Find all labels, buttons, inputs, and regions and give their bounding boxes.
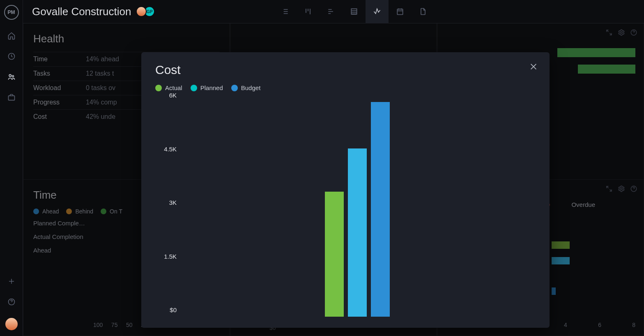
- user-avatar[interactable]: [5, 318, 18, 330]
- svg-point-2: [12, 75, 14, 77]
- left-rail: PM: [0, 0, 23, 336]
- chart-bar-budget: [371, 102, 390, 317]
- list-view-icon[interactable]: [274, 0, 297, 23]
- chart-plot: [183, 102, 531, 317]
- bars-container: [325, 102, 390, 317]
- topbar: Govalle Construction GP: [23, 0, 644, 23]
- dashboard-content: Health Time14% ahead Tasks12 tasks t Wor…: [23, 23, 644, 336]
- home-icon[interactable]: [7, 31, 16, 40]
- y-axis: 6K 4.5K 3K 1.5K $0: [155, 102, 180, 317]
- legend-dot: [191, 85, 197, 91]
- svg-rect-6: [397, 9, 402, 14]
- y-tick: 1.5K: [155, 253, 177, 260]
- y-tick: 4.5K: [155, 145, 177, 152]
- legend-dot: [155, 85, 162, 91]
- project-title: Govalle Construction: [32, 5, 131, 18]
- briefcase-icon[interactable]: [7, 93, 16, 102]
- view-switcher: [155, 0, 553, 23]
- cost-modal: Cost Actual Planned Budget 6K 4.5K 3K 1.…: [141, 52, 550, 328]
- team-icon[interactable]: [7, 72, 16, 81]
- time-icon[interactable]: [7, 52, 16, 61]
- app-root: PM Govalle Construction GP: [0, 0, 644, 336]
- legend-label: Planned: [200, 84, 223, 91]
- chart-bar-actual: [325, 192, 344, 317]
- y-tick: $0: [155, 306, 177, 313]
- svg-rect-3: [8, 96, 14, 100]
- modal-title: Cost: [155, 63, 536, 77]
- y-tick: 3K: [155, 199, 177, 206]
- gantt-view-icon[interactable]: [320, 0, 343, 23]
- add-icon[interactable]: [7, 277, 16, 286]
- chart-legend: Actual Planned Budget: [155, 84, 536, 91]
- chart-area: 6K 4.5K 3K 1.5K $0: [155, 94, 536, 324]
- sheet-view-icon[interactable]: [343, 0, 366, 23]
- y-tick: 6K: [155, 92, 177, 99]
- legend-dot: [231, 85, 238, 91]
- help-icon[interactable]: [7, 297, 16, 306]
- app-logo[interactable]: PM: [4, 5, 19, 20]
- dashboard-view-icon[interactable]: [366, 0, 389, 23]
- main-area: Govalle Construction GP Health: [23, 0, 644, 336]
- close-icon[interactable]: [528, 61, 539, 72]
- chart-bar-planned: [348, 148, 367, 317]
- svg-rect-5: [351, 9, 356, 14]
- avatar-1[interactable]: [136, 6, 147, 17]
- legend-label: Actual: [165, 84, 182, 91]
- calendar-view-icon[interactable]: [389, 0, 412, 23]
- board-view-icon[interactable]: [297, 0, 320, 23]
- project-avatars[interactable]: GP: [138, 6, 155, 17]
- files-view-icon[interactable]: [412, 0, 435, 23]
- legend-label: Budget: [241, 84, 261, 91]
- svg-point-1: [9, 74, 11, 76]
